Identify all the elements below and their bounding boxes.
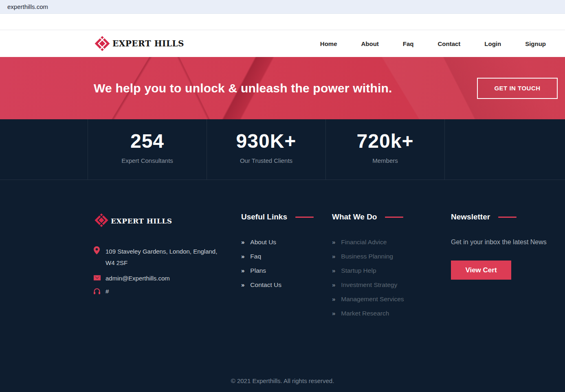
double-chevron-icon: » <box>332 253 335 260</box>
brand-name: EXPERT HILLS <box>112 39 184 48</box>
address-line2: W4 2SF <box>106 259 128 266</box>
phone-text[interactable]: # <box>106 288 109 295</box>
what-we-do-list: »Financial Advice »Business Planning »St… <box>332 239 451 317</box>
browser-url-text[interactable]: experthills.com <box>7 3 48 10</box>
title-dash <box>385 217 403 218</box>
envelope-icon <box>94 275 101 280</box>
stat-label: Our Trusted Clients <box>207 157 325 164</box>
stats-row: 254 Expert Consultants 930K+ Our Trusted… <box>88 119 445 180</box>
stat-value: 254 <box>88 130 207 152</box>
browser-url-bar[interactable]: experthills.com <box>0 0 565 14</box>
footer-what-we-do-column: What We Do »Financial Advice »Business P… <box>332 212 451 324</box>
title-dash <box>498 217 517 218</box>
get-in-touch-button[interactable]: GET IN TOUCH <box>477 78 558 99</box>
link-management-services[interactable]: »Management Services <box>332 296 451 303</box>
stat-label: Expert Consultants <box>88 157 207 164</box>
link-startup-help[interactable]: »Startup Help <box>332 267 451 274</box>
newsletter-title: Newsletter <box>451 212 549 221</box>
title-dash <box>295 217 314 218</box>
link-business-planning[interactable]: »Business Planning <box>332 253 451 260</box>
address-row: 109 Staveley Gardens, London, England, W… <box>94 246 241 269</box>
useful-links-title: Useful Links <box>241 212 332 221</box>
double-chevron-icon: » <box>332 239 335 245</box>
hero-headline: We help you to unlock & unleash the powe… <box>94 81 392 95</box>
brand-logo[interactable]: EXPERT HILLS <box>94 35 184 52</box>
link-plans[interactable]: »Plans <box>241 267 332 274</box>
nav-item-contact[interactable]: Contact <box>438 40 461 47</box>
stat-members: 720k+ Members <box>325 119 444 180</box>
copyright-text: © 2021 Experthills. All rights reserved. <box>0 377 565 384</box>
brand-diamond-icon <box>94 35 111 52</box>
main-nav: Home About Faq Contact Login Signup <box>320 40 546 47</box>
nav-item-signup[interactable]: Signup <box>525 40 546 47</box>
footer-newsletter-column: Newsletter Get in your inbox the latest … <box>451 212 549 324</box>
what-we-do-title: What We Do <box>332 212 451 221</box>
stat-clients: 930K+ Our Trusted Clients <box>207 119 325 180</box>
footer-brand-name: EXPERT HILLS <box>111 217 172 225</box>
link-market-research[interactable]: »Market Research <box>332 310 451 317</box>
nav-item-home[interactable]: Home <box>320 40 337 47</box>
double-chevron-icon: » <box>241 267 244 274</box>
page: experthills.com EXPERT HILLS Home About … <box>0 0 565 392</box>
double-chevron-icon: » <box>241 281 244 288</box>
useful-links-list: »About Us »Faq »Plans »Contact Us <box>241 239 332 289</box>
headphones-icon <box>94 288 101 294</box>
nav-item-about[interactable]: About <box>361 40 379 47</box>
site-header: EXPERT HILLS Home About Faq Contact Logi… <box>0 30 565 57</box>
double-chevron-icon: » <box>332 281 335 288</box>
stats-section: 254 Expert Consultants 930K+ Our Trusted… <box>0 119 565 180</box>
footer-useful-links-column: Useful Links »About Us »Faq »Plans »Cont… <box>241 212 332 324</box>
phone-row[interactable]: # <box>94 288 241 295</box>
footer-about-column: EXPERT HILLS 109 Staveley Gardens, Londo… <box>94 212 241 324</box>
link-contact-us[interactable]: »Contact Us <box>241 281 332 289</box>
address-line1: 109 Staveley Gardens, London, England, <box>106 248 217 255</box>
nav-item-login[interactable]: Login <box>484 40 501 47</box>
link-about-us[interactable]: »About Us <box>241 239 332 246</box>
nav-item-faq[interactable]: Faq <box>403 40 414 47</box>
newsletter-text: Get in your inbox the latest News <box>451 239 549 246</box>
stat-value: 720k+ <box>326 130 444 152</box>
site-footer: EXPERT HILLS 109 Staveley Gardens, Londo… <box>0 180 565 392</box>
brand-diamond-icon <box>94 212 109 230</box>
view-cert-button[interactable]: View Cert <box>451 261 511 280</box>
stat-value: 930K+ <box>207 130 325 152</box>
double-chevron-icon: » <box>241 239 244 245</box>
double-chevron-icon: » <box>332 310 335 317</box>
stat-consultants: 254 Expert Consultants <box>88 119 207 180</box>
header-spacer <box>0 14 565 30</box>
double-chevron-icon: » <box>332 296 335 302</box>
email-text[interactable]: admin@Experthills.com <box>106 275 170 282</box>
location-pin-icon <box>94 246 101 254</box>
hero-banner: We help you to unlock & unleash the powe… <box>0 57 565 119</box>
link-investment-strategy[interactable]: »Investment Strategy <box>332 281 451 289</box>
footer-brand-logo[interactable]: EXPERT HILLS <box>94 212 241 230</box>
double-chevron-icon: » <box>241 253 244 260</box>
link-financial-advice[interactable]: »Financial Advice <box>332 239 451 246</box>
link-faq[interactable]: »Faq <box>241 253 332 260</box>
double-chevron-icon: » <box>332 267 335 274</box>
email-row[interactable]: admin@Experthills.com <box>94 275 241 282</box>
stat-label: Members <box>326 157 444 164</box>
address-text: 109 Staveley Gardens, London, England, W… <box>106 246 217 269</box>
